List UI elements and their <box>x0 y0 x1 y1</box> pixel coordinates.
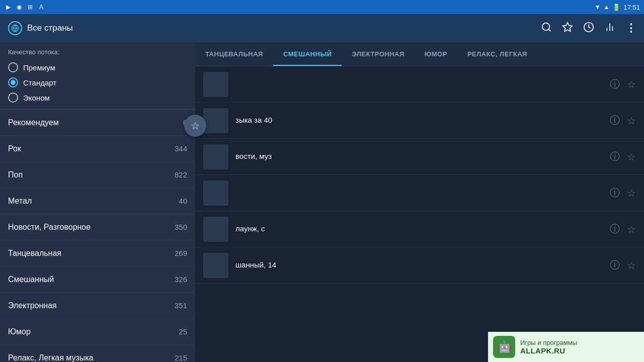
station-logo <box>203 144 228 169</box>
radio-economy[interactable]: Эконом <box>8 90 187 105</box>
radio-circle-standard <box>8 77 18 87</box>
station-row[interactable]: ⓘ ☆ <box>195 66 644 103</box>
station-actions: ⓘ ☆ <box>610 258 636 272</box>
radio-standard[interactable]: Стандарт <box>8 75 187 90</box>
svg-marker-4 <box>563 22 572 31</box>
station-row[interactable]: шанный, 14 ⓘ ☆ <box>195 247 644 284</box>
tab-electronic[interactable]: ЭЛЕКТРОННАЯ <box>342 42 414 66</box>
genre-name-pop: Поп <box>8 170 23 179</box>
info-button[interactable]: ⓘ <box>610 114 620 127</box>
tab-dance[interactable]: ТАНЦЕВАЛЬНАЯ <box>195 42 273 66</box>
genre-count-metal: 40 <box>179 197 187 205</box>
search-button[interactable] <box>541 22 552 35</box>
stations-list: ⓘ ☆ зыка за 40 ⓘ ☆ вости, <box>195 66 644 362</box>
station-logo <box>203 217 228 242</box>
station-name: шанный, 14 <box>235 260 610 269</box>
genre-item-mixed[interactable]: Смешанный 326 <box>0 266 195 293</box>
station-name: лаунж, с <box>235 224 610 233</box>
battery-icon: 🔋 <box>612 4 620 11</box>
info-button[interactable]: ⓘ <box>610 258 620 272</box>
play-icon: ▶ <box>4 3 12 11</box>
station-row[interactable]: вости, муз ⓘ ☆ <box>195 139 644 175</box>
tab-mixed[interactable]: СМЕШАННЫЙ <box>273 42 342 66</box>
ad-banner[interactable]: 🤖 Игры и программы ALLAPK.RU <box>488 332 644 362</box>
ad-url: ALLAPK.RU <box>520 346 577 355</box>
star-button[interactable]: ☆ <box>627 187 636 199</box>
tab-relax[interactable]: РЕЛАКС, ЛЕГКАЯ <box>457 42 537 66</box>
genre-name-mixed: Смешанный <box>8 275 54 284</box>
text-icon: A <box>37 3 45 11</box>
status-bar-left: ▶ ◉ ⊞ A <box>4 3 45 11</box>
tabs-bar: ТАНЦЕВАЛЬНАЯ СМЕШАННЫЙ ЭЛЕКТРОННАЯ ЮМОР … <box>195 42 644 66</box>
radio-premium[interactable]: Премиум <box>8 60 187 75</box>
time-display: 17:51 <box>623 4 640 11</box>
quality-section: Качество потока: Премиум Стандарт Эконом <box>0 42 195 110</box>
genre-count-mixed: 326 <box>175 275 187 284</box>
star-button[interactable]: ☆ <box>627 151 636 163</box>
station-actions: ⓘ ☆ <box>610 150 636 163</box>
star-button[interactable]: ☆ <box>627 259 636 272</box>
genre-item-news[interactable]: Новости, Разговорное 350 <box>0 214 195 240</box>
genre-item-relax[interactable]: Релакс, Легкая музыка 215 <box>0 345 195 362</box>
genre-item-humor[interactable]: Юмор 25 <box>0 319 195 345</box>
station-info: шанный, 14 <box>235 260 610 270</box>
station-name: вости, муз <box>235 152 610 160</box>
star-button[interactable]: ☆ <box>627 223 636 235</box>
status-bar-right: ▼ ▲ 🔋 17:51 <box>595 4 640 11</box>
station-actions: ⓘ ☆ <box>610 114 636 127</box>
genre-name-relax: Релакс, Легкая музыка <box>8 353 94 363</box>
genre-name-dance: Танцевальная <box>8 249 61 258</box>
ad-text: Игры и программы ALLAPK.RU <box>520 339 577 355</box>
genre-count-rock: 344 <box>175 144 187 153</box>
genre-item-rock[interactable]: Рок 344 <box>0 136 195 162</box>
genre-item-recommended[interactable]: Рекомендуем 8 <box>0 110 195 136</box>
info-button[interactable]: ⓘ <box>610 186 620 200</box>
station-info: зыка за 40 <box>235 116 610 125</box>
chart-button[interactable] <box>604 22 615 35</box>
svg-line-3 <box>548 29 550 31</box>
ad-icon: 🤖 <box>493 336 515 358</box>
star-button[interactable]: ☆ <box>627 115 636 127</box>
star-button[interactable]: ☆ <box>627 78 636 90</box>
genre-count-electronic: 351 <box>175 301 187 310</box>
svg-point-2 <box>542 23 550 30</box>
globe-icon <box>8 21 22 35</box>
quality-label: Качество потока: <box>8 48 187 56</box>
action-bar: ⋮ <box>195 14 644 42</box>
genre-name-rock: Рок <box>8 144 21 153</box>
genre-list: Рекомендуем 8 Рок 344 Поп 822 Метал 40 Н… <box>0 110 195 362</box>
station-row[interactable]: ⓘ ☆ <box>195 175 644 211</box>
image-icon: ⊞ <box>26 3 34 11</box>
sidebar: Все страны Качество потока: Премиум Стан… <box>0 14 195 362</box>
genre-item-dance[interactable]: Танцевальная 269 <box>0 240 195 266</box>
station-actions: ⓘ ☆ <box>610 222 636 236</box>
station-logo <box>203 72 228 97</box>
station-info: вости, муз <box>235 152 610 161</box>
main-container: Все страны Качество потока: Премиум Стан… <box>0 14 644 362</box>
fab-favorites-button[interactable]: ☆ <box>184 115 206 137</box>
station-row[interactable]: лаунж, с ⓘ ☆ <box>195 211 644 247</box>
station-name: зыка за 40 <box>235 116 610 124</box>
signal-icon: ▲ <box>604 4 610 11</box>
genre-count-humor: 25 <box>179 327 187 336</box>
info-button[interactable]: ⓘ <box>610 77 620 91</box>
genre-item-metal[interactable]: Метал 40 <box>0 188 195 214</box>
station-info <box>235 84 610 85</box>
history-button[interactable] <box>583 22 594 35</box>
status-bar: ▶ ◉ ⊞ A ▼ ▲ 🔋 17:51 <box>0 0 644 14</box>
android-icon: 🤖 <box>498 340 511 353</box>
genre-count-pop: 822 <box>175 170 187 179</box>
favorites-button[interactable] <box>562 22 573 35</box>
station-logo <box>203 108 228 133</box>
genre-item-electronic[interactable]: Электронная 351 <box>0 293 195 319</box>
info-button[interactable]: ⓘ <box>610 222 620 236</box>
info-button[interactable]: ⓘ <box>610 150 620 163</box>
station-info: лаунж, с <box>235 224 610 234</box>
tab-humor[interactable]: ЮМОР <box>415 42 457 66</box>
station-row[interactable]: зыка за 40 ⓘ ☆ <box>195 103 644 139</box>
genre-name-metal: Метал <box>8 197 32 206</box>
genre-name-news: Новости, Разговорное <box>8 223 91 232</box>
genre-item-pop[interactable]: Поп 822 <box>0 162 195 188</box>
radio-label-standard: Стандарт <box>23 78 56 87</box>
more-options-button[interactable]: ⋮ <box>625 22 636 35</box>
